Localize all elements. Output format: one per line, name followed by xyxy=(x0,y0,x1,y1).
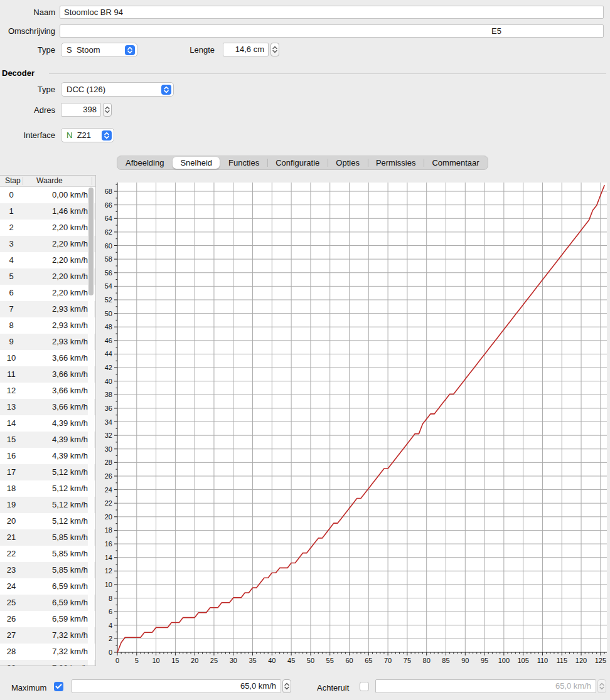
cell-stap: 22 xyxy=(0,546,23,562)
speed-curve-chart[interactable]: 0510152025303540455055606570758085909510… xyxy=(100,175,610,674)
table-scrollbar-thumb[interactable] xyxy=(88,188,94,295)
svg-text:45: 45 xyxy=(287,657,295,664)
table-row[interactable]: 287,32 km/h xyxy=(0,644,95,660)
interface-code: N xyxy=(67,130,72,140)
svg-text:38: 38 xyxy=(105,391,112,398)
table-row[interactable]: 266,59 km/h xyxy=(0,611,95,627)
adres-stepper[interactable] xyxy=(103,103,112,117)
cell-waarde: 4,39 km/h xyxy=(23,432,88,448)
cell-stap: 29 xyxy=(0,660,23,666)
svg-text:55: 55 xyxy=(326,657,334,664)
table-row[interactable]: 235,85 km/h xyxy=(0,562,95,578)
tab-afbeelding[interactable]: Afbeelding xyxy=(117,156,172,169)
svg-text:12: 12 xyxy=(105,567,112,575)
svg-text:0: 0 xyxy=(109,649,112,656)
table-row[interactable]: 195,12 km/h xyxy=(0,497,95,513)
svg-text:125: 125 xyxy=(595,657,606,664)
maximum-speed-stepper[interactable] xyxy=(282,679,291,693)
svg-text:40: 40 xyxy=(105,378,112,385)
table-row[interactable]: 144,39 km/h xyxy=(0,415,95,432)
table-row[interactable]: 205,12 km/h xyxy=(0,513,95,529)
tab-snelheid[interactable]: Snelheid xyxy=(173,157,220,169)
table-row[interactable]: 72,93 km/h xyxy=(0,301,95,317)
naam-input[interactable]: Stoomloc BR 94 xyxy=(60,6,604,19)
lengte-stepper[interactable] xyxy=(270,43,279,56)
omschrijving-input[interactable]: E5 xyxy=(60,24,604,38)
tab-configuratie[interactable]: Configuratie xyxy=(267,156,328,169)
table-row[interactable]: 62,20 km/h xyxy=(0,285,95,301)
cell-stap: 26 xyxy=(0,611,23,627)
speed-step-table[interactable]: Stap Waarde 00,00 km/h11,46 km/h22,20 km… xyxy=(0,175,96,666)
achteruit-speed-input[interactable]: 65,0 km/h xyxy=(375,679,596,693)
table-row[interactable]: 92,93 km/h xyxy=(0,334,95,350)
table-row[interactable]: 175,12 km/h xyxy=(0,464,95,480)
achteruit-speed-stepper xyxy=(597,679,606,693)
table-row[interactable]: 103,66 km/h xyxy=(0,350,95,366)
cell-stap: 1 xyxy=(0,203,23,220)
table-row[interactable]: 225,85 km/h xyxy=(0,546,95,562)
table-row[interactable]: 246,59 km/h xyxy=(0,578,95,595)
table-row[interactable]: 215,85 km/h xyxy=(0,529,95,546)
svg-text:60: 60 xyxy=(105,242,112,250)
table-row[interactable]: 164,39 km/h xyxy=(0,448,95,464)
tab-functies[interactable]: Functies xyxy=(220,156,267,169)
cell-waarde: 2,20 km/h xyxy=(23,220,88,236)
tab-opties[interactable]: Opties xyxy=(328,156,368,169)
lengte-input[interactable]: 14,6 cm xyxy=(223,43,269,56)
cell-stap: 3 xyxy=(0,236,23,252)
table-row[interactable]: 277,32 km/h xyxy=(0,627,95,644)
maximum-speed-input[interactable]: 65,0 km/h xyxy=(72,679,281,693)
type-label: Type xyxy=(0,43,55,56)
cell-waarde: 5,85 km/h xyxy=(23,529,88,546)
cell-stap: 10 xyxy=(0,350,23,366)
interface-select[interactable]: N Z21 xyxy=(61,128,114,142)
achteruit-label: Achteruit xyxy=(317,681,356,694)
table-row[interactable]: 00,00 km/h xyxy=(0,187,95,203)
adres-input[interactable]: 398 xyxy=(61,103,101,117)
cell-waarde: 5,12 km/h xyxy=(23,480,88,497)
svg-text:50: 50 xyxy=(105,310,112,317)
cell-stap: 11 xyxy=(0,366,23,383)
tab-commentaar[interactable]: Commentaar xyxy=(424,156,487,169)
check-icon xyxy=(55,684,62,689)
dropdown-arrows-icon xyxy=(125,45,135,55)
table-row[interactable]: 133,66 km/h xyxy=(0,399,95,415)
decoder-type-select[interactable]: DCC (126) xyxy=(61,82,174,97)
tab-permissies[interactable]: Permissies xyxy=(368,156,424,169)
speed-table-body: 00,00 km/h11,46 km/h22,20 km/h32,20 km/h… xyxy=(0,187,95,666)
type-select[interactable]: S Stoom xyxy=(61,43,137,57)
table-row[interactable]: 42,20 km/h xyxy=(0,252,95,268)
cell-waarde: 6,59 km/h xyxy=(23,611,88,627)
table-row[interactable]: 154,39 km/h xyxy=(0,432,95,448)
maximum-checkbox[interactable] xyxy=(54,682,63,691)
table-row[interactable]: 123,66 km/h xyxy=(0,383,95,399)
svg-text:105: 105 xyxy=(517,657,528,664)
cell-waarde: 3,66 km/h xyxy=(23,383,88,399)
svg-text:44: 44 xyxy=(105,350,112,358)
svg-text:4: 4 xyxy=(109,622,112,629)
achteruit-checkbox[interactable] xyxy=(360,682,369,691)
cell-waarde: 0,00 km/h xyxy=(23,187,88,203)
table-row[interactable]: 297,32 km/h xyxy=(0,660,95,666)
table-row[interactable]: 185,12 km/h xyxy=(0,480,95,497)
table-row[interactable]: 11,46 km/h xyxy=(0,203,95,220)
table-row[interactable]: 22,20 km/h xyxy=(0,220,95,236)
cell-stap: 13 xyxy=(0,399,23,415)
cell-stap: 18 xyxy=(0,480,23,497)
cell-waarde: 3,66 km/h xyxy=(23,350,88,366)
cell-stap: 17 xyxy=(0,464,23,480)
svg-text:60: 60 xyxy=(345,657,353,664)
naam-value: Stoomloc BR 94 xyxy=(64,8,123,17)
table-row[interactable]: 82,93 km/h xyxy=(0,317,95,334)
table-row[interactable]: 52,20 km/h xyxy=(0,268,95,285)
plot-background xyxy=(117,183,607,652)
table-row[interactable]: 32,20 km/h xyxy=(0,236,95,252)
cell-stap: 8 xyxy=(0,317,23,334)
table-row[interactable]: 113,66 km/h xyxy=(0,366,95,383)
lengte-value: 14,6 cm xyxy=(235,45,264,54)
table-row[interactable]: 256,59 km/h xyxy=(0,595,95,611)
cell-waarde: 5,12 km/h xyxy=(23,464,88,480)
svg-text:120: 120 xyxy=(575,657,587,664)
view-tabs: AfbeeldingSnelheidFunctiesConfiguratieOp… xyxy=(117,156,488,170)
svg-text:64: 64 xyxy=(105,215,112,222)
